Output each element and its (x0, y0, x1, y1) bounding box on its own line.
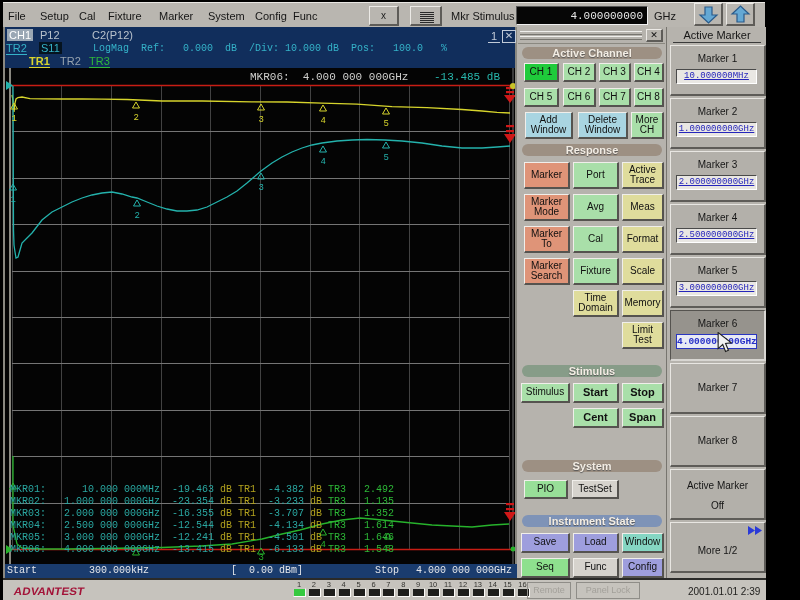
svg-text:2: 2 (134, 113, 139, 123)
svg-text:1: 1 (11, 195, 16, 205)
svg-text:5: 5 (384, 119, 389, 129)
svg-text:4: 4 (321, 116, 326, 126)
svg-text:3: 3 (259, 115, 264, 125)
svg-text:3: 3 (259, 183, 264, 193)
svg-text:5: 5 (384, 153, 389, 163)
svg-text:2: 2 (135, 211, 140, 221)
svg-text:1: 1 (12, 114, 17, 124)
svg-text:4: 4 (321, 157, 326, 167)
